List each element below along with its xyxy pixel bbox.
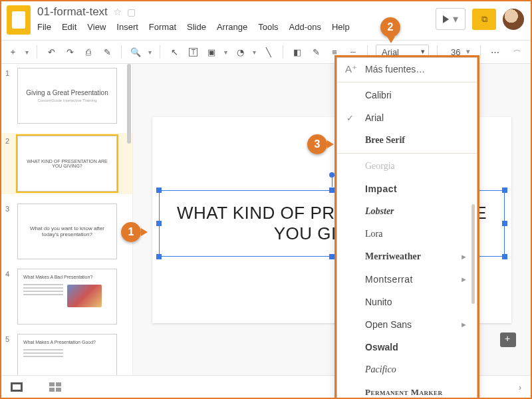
menu-file[interactable]: File [37,22,51,32]
font-item-nunito[interactable]: Nunito [337,291,477,313]
select-tool[interactable]: ↖ [168,47,180,57]
avatar[interactable] [503,9,524,30]
resize-handle[interactable] [156,188,162,193]
callout-1: 1 [121,222,141,242]
font-item-label: Open Sans [365,319,412,330]
resize-handle[interactable] [329,188,334,193]
grid-view-icon[interactable] [49,382,61,392]
add-font-icon: A⁺ [345,63,357,75]
slide-thumb-2[interactable]: WHAT KIND OF PRESENTATION ARE YOU GIVING… [17,136,117,192]
thumb-image-icon [67,285,102,307]
menu-slide[interactable]: Slide [187,22,206,32]
resize-handle[interactable] [329,254,334,259]
dropdown-scrollbar[interactable] [471,204,475,304]
horiz-scroll-right[interactable]: › [519,383,521,392]
menu-addons[interactable]: Add-ons [289,22,321,32]
font-item-label: Impact [365,184,397,194]
font-item-label: Lobster [365,206,394,217]
folder-icon[interactable]: ▢ [127,7,136,17]
share-button[interactable]: ⧉ [472,9,496,30]
resize-handle[interactable] [156,254,162,259]
font-item-open-sans[interactable]: Open Sans► [337,313,477,336]
font-item-pacifico[interactable]: Pacifico [337,358,477,381]
resize-handle[interactable] [502,188,507,193]
filmstrip-view-icon[interactable] [11,382,23,392]
menu-bar: File Edit View Insert Format Slide Arran… [37,22,436,32]
menu-view[interactable]: View [87,22,106,32]
image-tool[interactable]: ▣ [205,47,217,57]
font-item-label: Lora [365,229,382,239]
font-item-merriweather[interactable]: Merriweather► [337,245,477,268]
slide-thumb-5[interactable]: What Makes A Presentation Good? [17,334,117,375]
shape-tool[interactable]: ◔ [234,47,246,57]
font-item-label: Bree Serif [365,135,405,146]
font-item-label: Arial [365,112,384,123]
fill-color-button[interactable]: ◧ [291,47,303,57]
slide-thumb-3[interactable]: What do you want to know after today's p… [17,203,117,259]
font-item-label: Merriweather [365,251,421,262]
new-slide-button[interactable]: ＋ [7,46,19,58]
font-item-oswald[interactable]: Oswald [337,336,477,358]
paint-format-button[interactable]: ✎ [101,47,113,57]
font-item-georgia[interactable]: Georgia [337,155,477,178]
submenu-arrow-icon: ► [460,275,467,283]
font-item-calibri[interactable]: Calibri [337,84,477,106]
font-item-label: Permanent Marker [365,387,442,398]
thumb-number: 3 [5,203,13,259]
submenu-arrow-icon: ► [460,253,467,261]
slide-panel: 1 Giving a Great Presentation CustomGuid… [1,64,133,375]
font-item-label: Pacifico [365,364,396,375]
print-button[interactable]: ⎙ [82,47,94,57]
slide-thumb-1[interactable]: Giving a Great Presentation CustomGuide … [17,68,117,124]
font-item-arial[interactable]: ✓Arial [337,106,477,129]
font-item-impact[interactable]: Impact [337,178,477,200]
submenu-arrow-icon: ► [460,321,467,329]
menu-format[interactable]: Format [149,22,176,32]
font-item-label: Oswald [365,342,398,352]
app-icon[interactable] [7,5,31,35]
font-item-lora[interactable]: Lora [337,223,477,245]
more-fonts-item[interactable]: A⁺ Más fuentes… [337,58,477,80]
rotate-handle[interactable] [332,178,332,187]
zoom-button[interactable]: 🔍 [130,47,142,57]
menu-edit[interactable]: Edit [62,22,76,32]
border-weight-button[interactable]: ≡ [329,47,340,57]
font-item-label: Calibri [365,90,392,100]
menu-tools[interactable]: Tools [258,22,278,32]
border-dash-button[interactable]: ┄ [347,47,359,57]
line-tool[interactable]: ╲ [263,47,275,57]
border-color-button[interactable]: ✎ [310,47,322,57]
font-item-montserrat[interactable]: Montserrat► [337,268,477,291]
undo-button[interactable]: ↶ [45,47,57,57]
thumb-number: 5 [5,334,13,375]
resize-handle[interactable] [502,254,507,259]
present-button[interactable]: ▾ [436,8,466,30]
more-button[interactable]: ⋯ [489,47,501,57]
font-family-dropdown: A⁺ Más fuentes… Calibri✓ArialBree SerifG… [336,57,477,399]
document-title[interactable]: 01-format-text [37,5,108,19]
title-bar: 01-format-text ☆ ▢ File Edit View Insert… [1,1,531,40]
thumb-scrollbar[interactable] [127,64,131,144]
textbox-tool[interactable]: 🅃 [187,47,199,57]
callout-2: 2 [380,17,400,37]
play-icon [443,15,449,23]
redo-button[interactable]: ↷ [64,47,76,57]
star-icon[interactable]: ☆ [113,6,122,18]
thumb-number: 2 [5,136,13,192]
font-item-label: Georgia [365,161,395,172]
slide-thumb-4[interactable]: What Makes A Bad Presentation? [17,269,117,325]
resize-handle[interactable] [502,221,507,226]
menu-insert[interactable]: Insert [116,22,138,32]
font-item-lobster[interactable]: Lobster [337,200,477,223]
font-item-label: Montserrat [365,274,413,285]
collapse-toolbar-icon[interactable]: ︿ [513,44,521,55]
thumb-number: 1 [5,68,13,124]
menu-arrange[interactable]: Arrange [217,22,247,32]
menu-help[interactable]: Help [332,22,350,32]
thumb-number: 4 [5,269,13,325]
add-comment-button[interactable] [500,332,516,347]
callout-3: 3 [307,134,327,154]
font-item-permanent-marker[interactable]: Permanent Marker [337,381,477,399]
font-item-bree-serif[interactable]: Bree Serif [337,129,477,152]
resize-handle[interactable] [156,221,162,226]
